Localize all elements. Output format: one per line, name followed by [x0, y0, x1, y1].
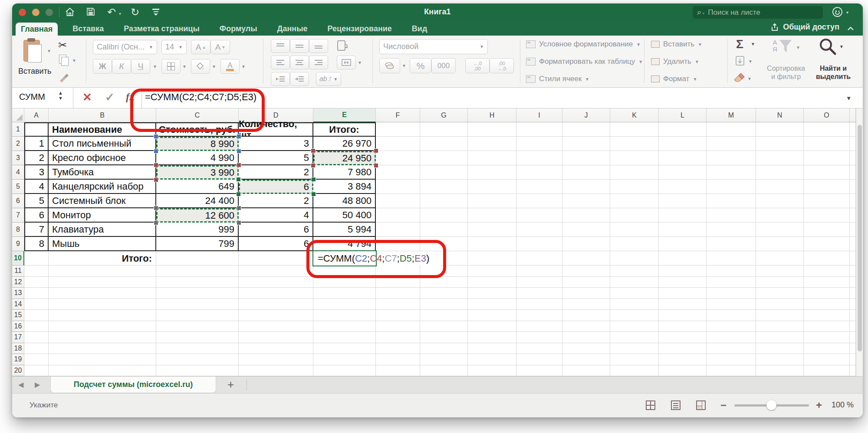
dropdown-caret-icon[interactable]: ▼: [695, 59, 699, 64]
vertical-scrollbar[interactable]: [856, 108, 863, 376]
row-header-2[interactable]: 2: [12, 137, 24, 151]
clear-caret-icon[interactable]: ▼: [747, 76, 752, 81]
column-header-H[interactable]: H: [468, 108, 516, 122]
find-select-icon[interactable]: [818, 36, 838, 58]
search-input[interactable]: ⌕ ˅ Поиск на листе: [693, 6, 823, 19]
feedback-smiley-icon[interactable]: [832, 7, 842, 17]
cell-C6[interactable]: 24 400: [156, 194, 239, 208]
font-color-caret-icon[interactable]: ▼: [241, 64, 246, 69]
font-color-button[interactable]: А: [220, 59, 240, 74]
cell-B9[interactable]: Мышь: [49, 237, 156, 251]
row-header-4[interactable]: 4: [12, 165, 24, 180]
cell-B7[interactable]: Монитор: [49, 208, 156, 223]
dropdown-caret-icon[interactable]: ▼: [698, 42, 702, 47]
cell-B3[interactable]: Кресло офисное: [49, 151, 156, 165]
fill-color-caret-icon[interactable]: ▼: [212, 64, 216, 69]
row-header-5[interactable]: 5: [12, 180, 24, 194]
cell-E5[interactable]: 3 894: [313, 180, 376, 194]
column-header-A[interactable]: A: [24, 108, 49, 122]
cell-E6[interactable]: 48 800: [313, 194, 376, 208]
wrap-text-icon[interactable]: [337, 40, 349, 53]
italic-button[interactable]: К: [112, 59, 131, 74]
share-button[interactable]: Общий доступ: [771, 23, 839, 32]
copy-caret-icon[interactable]: ▼: [72, 58, 76, 63]
clear-button[interactable]: [733, 73, 746, 84]
zoom-in-button[interactable]: +: [816, 399, 822, 411]
thousands-button[interactable]: 000: [431, 58, 456, 73]
styles-item-1[interactable]: Форматировать как таблицу▼: [526, 57, 643, 66]
cell-A6[interactable]: 5: [24, 194, 49, 208]
name-box-stepper[interactable]: ▲▼: [58, 90, 63, 101]
ribbon-tab-Вставка[interactable]: Вставка: [67, 22, 109, 36]
borders-button[interactable]: [161, 59, 181, 74]
column-header-blank[interactable]: [850, 108, 856, 122]
row-header-3[interactable]: 3: [12, 151, 24, 165]
fill-down-caret-icon[interactable]: ▼: [748, 59, 753, 64]
cell-B2[interactable]: Стол письменный: [49, 137, 156, 151]
cell-C5[interactable]: 649: [156, 180, 239, 194]
formula-bar-expand-icon[interactable]: ▼: [846, 95, 852, 102]
cell-D3[interactable]: 5: [239, 151, 313, 165]
cell-D4[interactable]: 2: [239, 165, 313, 180]
cell-A4[interactable]: 3: [24, 165, 49, 180]
paste-caret-icon[interactable]: ▼: [47, 49, 51, 53]
cut-icon[interactable]: ✂: [58, 39, 67, 51]
styles-item-2[interactable]: Стили ячеек▼: [526, 75, 589, 83]
row-header-17[interactable]: 17: [12, 332, 24, 343]
row-header-20[interactable]: 20: [12, 365, 24, 377]
cell-D8[interactable]: 6: [239, 223, 313, 237]
page-layout-view-icon[interactable]: [671, 400, 681, 410]
row-header-19[interactable]: 19: [12, 354, 24, 365]
ribbon-tab-Разметка страницы[interactable]: Разметка страницы: [118, 22, 205, 36]
cell-E2[interactable]: 26 970: [313, 137, 376, 151]
increase-indent-button[interactable]: [290, 72, 309, 86]
ribbon-tab-Рецензирование[interactable]: Рецензирование: [322, 22, 397, 36]
align-top-button[interactable]: [271, 39, 290, 53]
orientation-button[interactable]: ab⤴▼: [316, 72, 341, 86]
cells-item-1[interactable]: Удалить▼: [651, 57, 699, 66]
dropdown-caret-icon[interactable]: ▼: [585, 77, 589, 82]
cell-D9[interactable]: 6: [239, 237, 313, 251]
fill-down-button[interactable]: [735, 56, 745, 68]
normal-view-icon[interactable]: [646, 400, 655, 410]
autosum-caret-icon[interactable]: ▼: [751, 42, 755, 46]
cell-D2[interactable]: 3: [239, 137, 313, 151]
cell-A5[interactable]: 4: [24, 180, 49, 194]
autosum-button[interactable]: Σ: [736, 37, 743, 51]
borders-caret-icon[interactable]: ▼: [182, 64, 187, 69]
column-header-I[interactable]: I: [516, 108, 562, 122]
column-header-F[interactable]: F: [376, 108, 420, 122]
format-painter-icon[interactable]: [58, 72, 69, 85]
cell-A3[interactable]: 2: [24, 151, 49, 165]
row-header-9[interactable]: 9: [12, 237, 24, 251]
name-box[interactable]: СУММ: [19, 92, 45, 102]
row-header-7[interactable]: 7: [12, 208, 24, 223]
align-middle-button[interactable]: [290, 39, 309, 53]
percent-button[interactable]: %: [410, 58, 431, 73]
cell-A1[interactable]: [24, 122, 49, 137]
decrease-decimal-button[interactable]: ,00→,0: [490, 58, 514, 73]
page-break-view-icon[interactable]: [696, 400, 706, 410]
cell-E7[interactable]: 50 400: [313, 208, 376, 223]
row-header-15[interactable]: 15: [12, 310, 24, 321]
dropdown-caret-icon[interactable]: ▼: [693, 77, 697, 82]
paste-icon[interactable]: [23, 39, 43, 63]
zoom-level[interactable]: 100 %: [832, 400, 854, 410]
row-header-1[interactable]: 1: [12, 122, 24, 137]
fill-color-button[interactable]: [191, 59, 210, 74]
align-center-button[interactable]: [290, 56, 309, 69]
add-sheet-button[interactable]: +: [227, 378, 234, 391]
ribbon-tab-Данные[interactable]: Данные: [272, 22, 313, 36]
bold-button[interactable]: Ж: [93, 59, 112, 74]
column-header-J[interactable]: J: [562, 108, 610, 122]
vertical-scrollbar-thumb[interactable]: [858, 125, 862, 351]
ribbon-tab-Главная[interactable]: Главная: [16, 23, 58, 36]
select-all-corner[interactable]: [12, 108, 24, 122]
decrease-font-button[interactable]: A▼: [210, 40, 230, 54]
underline-button[interactable]: Ч: [131, 59, 150, 74]
column-header-L[interactable]: L: [659, 108, 707, 122]
decrease-indent-button[interactable]: [271, 72, 290, 86]
increase-font-button[interactable]: A▲: [191, 40, 210, 54]
sort-filter-icon[interactable]: А Я: [773, 39, 793, 56]
row-header-16[interactable]: 16: [12, 321, 24, 332]
